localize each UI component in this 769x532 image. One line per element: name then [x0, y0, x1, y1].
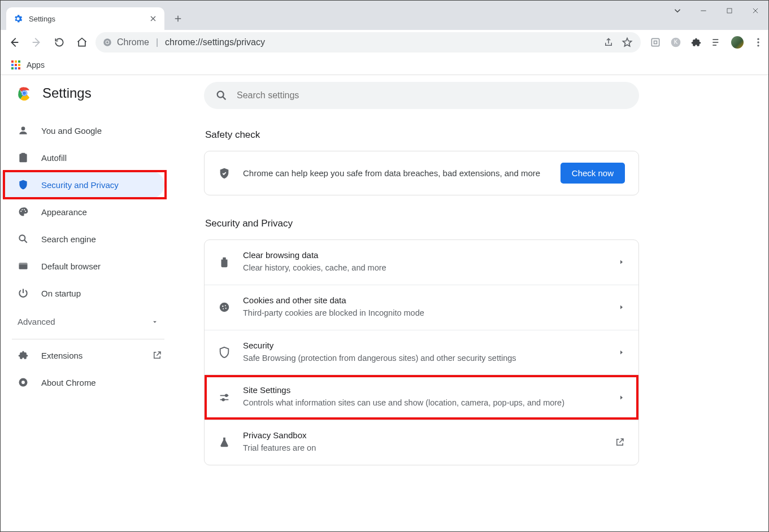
sidebar-about-chrome[interactable]: About Chrome	[1, 369, 176, 396]
tab-search-chevron-icon[interactable]	[664, 1, 690, 21]
home-button[interactable]	[73, 33, 91, 51]
extension-k-icon[interactable]: K	[670, 37, 681, 48]
svg-rect-24	[21, 153, 25, 155]
check-now-button[interactable]: Check now	[561, 163, 625, 184]
svg-point-23	[21, 127, 25, 130]
svg-point-36	[222, 306, 223, 307]
svg-rect-16	[18, 64, 20, 66]
profile-avatar[interactable]	[731, 36, 744, 49]
extension-box-icon[interactable]	[650, 37, 661, 48]
svg-rect-19	[18, 67, 20, 69]
svg-point-26	[21, 209, 23, 210]
sidebar-item-search-engine[interactable]: Search engine	[1, 225, 164, 252]
forward-button[interactable]	[28, 33, 46, 51]
svg-rect-11	[11, 60, 14, 63]
row-cookies[interactable]: Cookies and other site data Third-party …	[205, 285, 638, 330]
settings-main: Safety check Chrome can help keep you sa…	[176, 75, 673, 531]
settings-search[interactable]	[204, 82, 639, 109]
sidebar-item-autofill[interactable]: Autofill	[1, 144, 164, 171]
svg-point-40	[225, 394, 228, 396]
browser-window-icon	[18, 260, 29, 272]
row-privacy-sandbox[interactable]: Privacy Sandbox Trial features are on	[205, 420, 638, 465]
apps-bookmark-link[interactable]: Apps	[27, 60, 45, 69]
privacy-card: Clear browsing data Clear history, cooki…	[204, 239, 639, 465]
flask-icon	[218, 436, 231, 448]
sidebar-item-on-startup[interactable]: On startup	[1, 280, 164, 307]
sidebar-item-security-privacy[interactable]: Security and Privacy	[1, 171, 164, 198]
power-icon	[18, 287, 29, 299]
close-tab-icon[interactable]	[149, 14, 158, 23]
new-tab-button[interactable]	[170, 11, 186, 27]
open-external-icon	[152, 350, 162, 360]
chevron-right-icon	[618, 349, 625, 356]
tab-title: Settings	[29, 15, 149, 23]
address-bar[interactable]: Chrome | chrome://settings/privacy	[95, 32, 641, 53]
browser-toolbar: Chrome | chrome://settings/privacy K	[1, 30, 768, 55]
chevron-right-icon	[618, 394, 625, 401]
svg-point-34	[218, 91, 224, 98]
settings-gear-icon	[13, 14, 23, 24]
svg-rect-13	[18, 60, 20, 63]
browser-titlebar: Settings	[1, 1, 768, 30]
svg-rect-5	[654, 41, 657, 43]
svg-point-39	[223, 308, 224, 309]
clipboard-icon	[18, 152, 29, 163]
settings-header: Settings	[42, 85, 92, 101]
svg-point-35	[220, 303, 229, 312]
browser-tab[interactable]: Settings	[6, 7, 164, 30]
sidebar-item-appearance[interactable]: Appearance	[1, 198, 164, 225]
svg-text:K: K	[674, 39, 678, 45]
chevron-right-icon	[618, 259, 625, 265]
star-bookmark-icon[interactable]	[622, 37, 633, 48]
shield-outline-icon	[218, 346, 231, 359]
svg-point-29	[19, 235, 25, 241]
window-controls	[664, 1, 768, 21]
row-clear-browsing-data[interactable]: Clear browsing data Clear history, cooki…	[205, 240, 638, 285]
svg-rect-31	[19, 263, 28, 264]
shield-icon	[18, 179, 29, 190]
safety-check-card: Chrome can help keep you safe from data …	[204, 151, 639, 195]
row-site-settings[interactable]: Site Settings Controls what information …	[205, 374, 638, 420]
window-close-button[interactable]	[742, 1, 768, 21]
svg-rect-18	[15, 67, 17, 69]
apps-grid-icon[interactable]	[11, 60, 21, 70]
svg-rect-17	[11, 67, 14, 69]
svg-point-25	[20, 211, 21, 212]
reload-button[interactable]	[50, 33, 68, 51]
palette-icon	[18, 206, 29, 217]
person-icon	[18, 125, 29, 136]
svg-point-33	[21, 381, 25, 384]
svg-point-9	[757, 41, 759, 43]
caret-down-icon	[151, 318, 159, 326]
kebab-menu-icon[interactable]	[753, 37, 764, 48]
svg-rect-14	[11, 64, 14, 66]
puzzle-icon	[18, 350, 29, 361]
sidebar-extensions-link[interactable]: Extensions	[1, 342, 176, 369]
sidebar-item-default-browser[interactable]: Default browser	[1, 252, 164, 280]
row-security[interactable]: Security Safe Browsing (protection from …	[205, 330, 638, 375]
window-maximize-button[interactable]	[716, 1, 742, 21]
svg-rect-4	[651, 38, 659, 46]
svg-point-3	[106, 41, 109, 43]
sidebar-advanced-toggle[interactable]: Advanced	[1, 307, 176, 337]
extensions-puzzle-icon[interactable]	[690, 37, 702, 48]
svg-rect-0	[727, 8, 732, 13]
reading-list-icon[interactable]	[711, 37, 722, 48]
back-button[interactable]	[5, 33, 23, 51]
safety-check-text: Chrome can help keep you safe from data …	[243, 168, 548, 178]
settings-search-input[interactable]	[237, 90, 628, 101]
sidebar-item-you-and-google[interactable]: You and Google	[1, 117, 164, 144]
svg-point-28	[25, 211, 26, 212]
cookie-icon	[218, 301, 231, 313]
share-icon[interactable]	[603, 37, 614, 47]
chrome-outline-icon	[18, 377, 29, 388]
section-title-privacy: Security and Privacy	[205, 218, 639, 229]
site-chrome-icon	[102, 37, 112, 47]
svg-point-10	[757, 45, 759, 46]
section-title-safety: Safety check	[205, 129, 639, 141]
svg-point-41	[222, 398, 224, 400]
svg-rect-15	[15, 64, 17, 66]
window-minimize-button[interactable]	[690, 1, 716, 21]
svg-point-37	[225, 305, 226, 306]
svg-point-27	[24, 209, 25, 210]
